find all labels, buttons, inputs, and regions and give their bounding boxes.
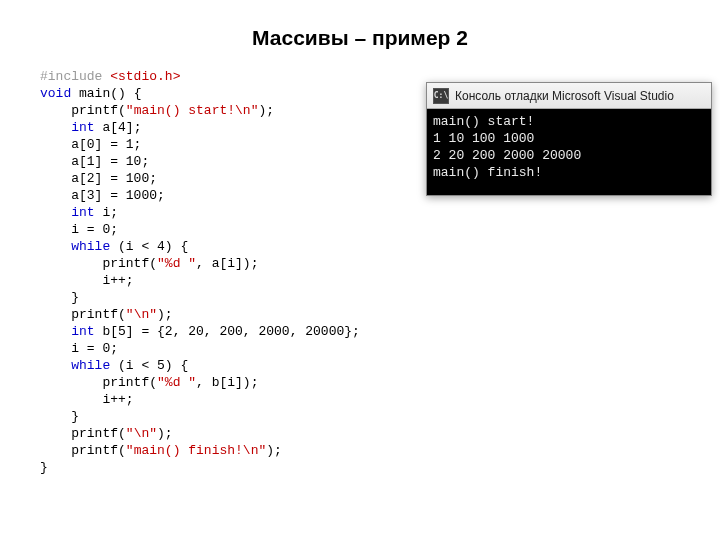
slide-title: Массивы – пример 2 [0, 0, 720, 68]
code-token: "\n" [126, 307, 157, 322]
console-window: C:\ Консоль отладки Microsoft Visual Stu… [426, 82, 712, 196]
console-output: main() start! 1 10 100 1000 2 20 200 200… [427, 109, 711, 195]
console-icon: C:\ [433, 88, 449, 104]
code-token: <stdio.h> [110, 69, 180, 84]
code-token: #include [40, 69, 110, 84]
code-token: int [71, 205, 94, 220]
code-token: int [71, 120, 94, 135]
code-token: "main() finish!\n" [126, 443, 266, 458]
code-token: "%d " [157, 375, 196, 390]
code-token: int [71, 324, 94, 339]
code-token: void [40, 86, 71, 101]
code-token: while [71, 358, 110, 373]
console-titlebar: C:\ Консоль отладки Microsoft Visual Stu… [427, 83, 711, 109]
code-token: "%d " [157, 256, 196, 271]
console-title: Консоль отладки Microsoft Visual Studio [455, 89, 674, 103]
code-token: "\n" [126, 426, 157, 441]
code-token: while [71, 239, 110, 254]
code-token: "main() start!\n" [126, 103, 259, 118]
code-block: #include <stdio.h> void main() { printf(… [40, 68, 360, 476]
